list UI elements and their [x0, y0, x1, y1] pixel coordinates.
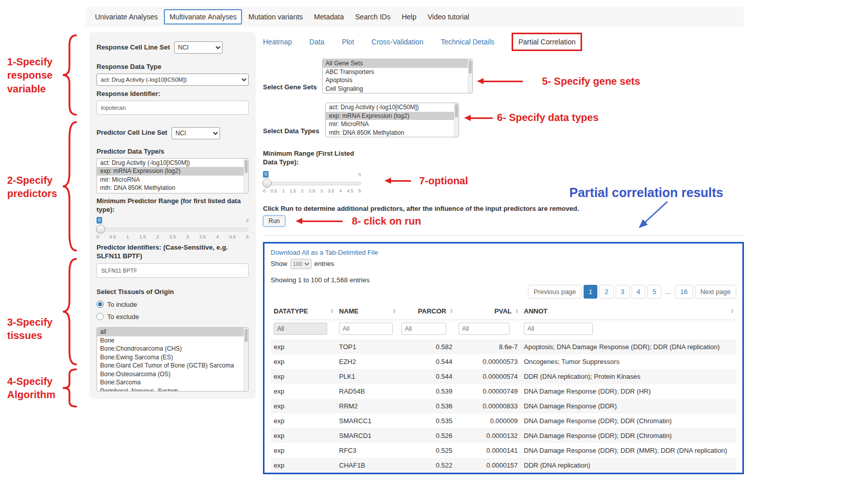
- listbox-option[interactable]: Bone:Osteosarcoma (OS): [97, 370, 248, 379]
- tab-data[interactable]: Data: [309, 38, 325, 46]
- tab-partial-correlation[interactable]: Partial Correlation: [512, 33, 582, 51]
- response-identifier-input[interactable]: [97, 101, 249, 115]
- table-row: expPLK10.5440.00000574DDR (DNA replicati…: [271, 369, 736, 384]
- filter-pval[interactable]: [459, 323, 510, 335]
- pagination: Previous page 1 2 3 4 5 … 16 Next page: [271, 285, 736, 299]
- annotation-step7: 7-optional: [419, 175, 468, 187]
- arrow-run: [302, 221, 343, 222]
- sort-icon[interactable]: ▴▾: [450, 308, 452, 313]
- scrollbar: [454, 103, 459, 137]
- nav-help[interactable]: Help: [397, 10, 422, 24]
- listbox-option[interactable]: mth: DNA 850K Methylation: [326, 129, 459, 137]
- listbox-option[interactable]: Bone:Ewing Sarcoma (ES): [97, 353, 248, 362]
- page-button-5[interactable]: 5: [647, 285, 661, 299]
- listbox-option[interactable]: Bone:Giant Cell Tumor of Bone (GCTB) Sar…: [97, 361, 248, 370]
- tab-technical-details[interactable]: Technical Details: [441, 38, 494, 46]
- listbox-option[interactable]: Bone:Sarcoma: [97, 378, 248, 387]
- listbox-option-selected[interactable]: All Gene Sets: [323, 59, 472, 68]
- listbox-option[interactable]: Bone:Chondrosarcoma (CHS): [97, 345, 248, 353]
- slider-handle[interactable]: [96, 225, 105, 234]
- show-entries-select[interactable]: 100: [291, 259, 311, 269]
- nav-mutation-variants[interactable]: Mutation variants: [243, 10, 308, 24]
- column-header-parcor[interactable]: PARCOR▴▾: [398, 303, 455, 320]
- page-button-3[interactable]: 3: [616, 285, 630, 299]
- tab-heatmap[interactable]: Heatmap: [263, 38, 292, 46]
- slider-track[interactable]: [263, 182, 361, 185]
- scrollbar-thumb[interactable]: [245, 329, 248, 342]
- nav-search-ids[interactable]: Search IDs: [350, 10, 395, 24]
- response-data-type-select[interactable]: act: Drug Activity (-log10[IC50M]): [97, 74, 249, 86]
- showing-entries-text: Showing 1 to 100 of 1,568 entries: [271, 276, 736, 284]
- listbox-option-selected[interactable]: exp: mRNA Expression (log2): [326, 112, 459, 120]
- min-predictor-range-slider: 0 5 00.511.522.533.544.55: [97, 217, 249, 240]
- sort-icon[interactable]: ▴▾: [393, 308, 395, 313]
- slider-value-badge: 0: [263, 171, 269, 178]
- listbox-option[interactable]: Apoptosis: [323, 76, 472, 85]
- page-button-16[interactable]: 16: [675, 285, 692, 299]
- listbox-option[interactable]: mir: MicroRNA: [97, 176, 248, 184]
- listbox-option[interactable]: mir: MicroRNA: [326, 120, 459, 129]
- scrollbar-thumb[interactable]: [455, 104, 458, 117]
- listbox-option[interactable]: Bone: [97, 336, 248, 345]
- slider-handle[interactable]: [262, 179, 272, 188]
- predictor-identifiers-input[interactable]: [97, 263, 249, 278]
- filter-parcor[interactable]: [401, 323, 446, 335]
- page-button-2[interactable]: 2: [599, 285, 613, 299]
- download-link[interactable]: Download All as a Tab-Delimited File: [271, 249, 378, 256]
- filter-annot[interactable]: [524, 323, 593, 335]
- listbox-option[interactable]: Cell Signaling: [323, 85, 472, 93]
- table-row: expSMARCD10.5260.0000132DNA Damage Respo…: [271, 428, 736, 443]
- predictor-cell-line-set-select[interactable]: NCI: [172, 127, 220, 139]
- nav-univariate-analyses[interactable]: Univariate Analyses: [90, 10, 163, 24]
- table-row: expRFC30.5250.0000141DNA Damage Response…: [271, 443, 736, 458]
- filter-datatype[interactable]: All: [274, 323, 327, 335]
- nav-video-tutorial[interactable]: Video tutorial: [423, 10, 474, 24]
- brace-step2: [62, 119, 77, 253]
- sort-icon[interactable]: ▴▾: [516, 308, 518, 313]
- listbox-option-selected[interactable]: all: [97, 328, 248, 336]
- column-header-datatype[interactable]: DATATYPE▴▾: [271, 303, 336, 320]
- analysis-tabs: Heatmap Data Plot Cross-Validation Techn…: [263, 32, 744, 52]
- header-row: DATATYPE▴▾ NAME▴▾ PARCOR▴▾ PVAL▴▾ ANNOT▴…: [271, 303, 736, 320]
- column-header-pval[interactable]: PVAL▴▾: [455, 303, 521, 320]
- listbox-option[interactable]: mth: DNA 850K Methylation: [97, 184, 248, 192]
- predictor-cell-line-set-label: Predictor Cell Line Set: [97, 129, 167, 137]
- listbox-option-selected[interactable]: exp: mRNA Expression (log2): [97, 167, 248, 176]
- top-navbar: Univariate Analyses Multivariate Analyse…: [86, 7, 744, 27]
- run-button[interactable]: Run: [263, 215, 285, 227]
- scrollbar-thumb[interactable]: [469, 60, 472, 74]
- page-button-1[interactable]: 1: [584, 285, 597, 299]
- column-header-annot[interactable]: ANNOT▴▾: [521, 303, 736, 320]
- listbox-option[interactable]: Peripheral_Nervous_System: [97, 387, 248, 392]
- listbox-option[interactable]: ABC Transporters: [323, 68, 472, 77]
- main-content: Heatmap Data Plot Cross-Validation Techn…: [263, 32, 744, 474]
- response-identifier-label: Response Identifier:: [97, 90, 249, 99]
- previous-page-button[interactable]: Previous page: [528, 285, 582, 299]
- tab-plot[interactable]: Plot: [342, 38, 354, 46]
- brace-step4: [62, 369, 77, 407]
- input-panel: Response Cell Line Set NCI Response Data…: [89, 32, 256, 399]
- page-button-4[interactable]: 4: [632, 285, 645, 299]
- sort-icon[interactable]: ▴▾: [331, 308, 333, 313]
- filter-name[interactable]: [339, 323, 393, 335]
- slider-track[interactable]: [97, 228, 249, 231]
- annotation-step4: 4-Specify Algorithm: [7, 375, 64, 402]
- tissue-exclude-option[interactable]: To exclude: [97, 312, 249, 321]
- table-row: expCHAF1B0.5220.0000157DDR (DNA replicat…: [271, 458, 736, 473]
- divider: [263, 235, 744, 236]
- radio-checked-icon: [97, 301, 104, 308]
- table-row: expEZH20.5440.00000573Oncogenes; Tumor S…: [271, 354, 736, 369]
- response-cell-line-set-select[interactable]: NCI: [174, 41, 223, 54]
- scrollbar-thumb[interactable]: [245, 160, 248, 173]
- tab-cross-validation[interactable]: Cross-Validation: [372, 38, 424, 46]
- listbox-option[interactable]: act: Drug Activity (-log10[IC50M]): [97, 159, 248, 167]
- nav-multivariate-analyses[interactable]: Multivariate Analyses: [164, 9, 243, 25]
- column-header-name[interactable]: NAME▴▾: [336, 303, 398, 320]
- tissue-include-option[interactable]: To include: [97, 300, 249, 309]
- next-page-button[interactable]: Next page: [695, 285, 736, 299]
- min-predictor-range-label: Minimum Predictor Range (for first liste…: [97, 197, 249, 214]
- sort-icon[interactable]: ▴▾: [731, 308, 733, 313]
- annotation-step6: 6- Specify data types: [497, 112, 598, 124]
- listbox-option[interactable]: act: Drug Activity (-log10[IC50M]): [326, 103, 459, 112]
- nav-metadata[interactable]: Metadata: [309, 10, 349, 24]
